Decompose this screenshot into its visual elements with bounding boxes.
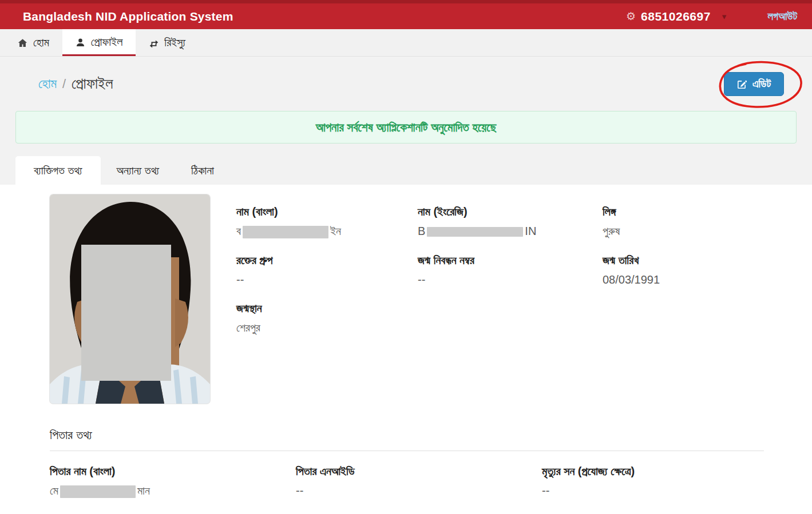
tab-personal-info[interactable]: ব্যাক্তিগত তথ্য [15, 156, 101, 185]
field-value: বইন [236, 225, 418, 238]
edit-pencil-square-icon [737, 79, 747, 89]
edit-button[interactable]: এডিট [724, 72, 784, 96]
nav-item-label: রিইস্যু [164, 36, 185, 49]
field-label: জন্মস্থান [236, 302, 418, 315]
field-label: নাম (ইংরেজি) [418, 205, 603, 218]
edit-button-area: এডিট [724, 72, 784, 96]
nav-item-reissue[interactable]: রিইস্যু [136, 29, 199, 56]
profile-tabs: ব্যাক্তিগত তথ্য অন্যান্য তথ্য ঠিকানা [15, 156, 812, 185]
father-info-section: পিতার তথ্য পিতার নাম (বাংলা) মেমান পিতার… [50, 428, 764, 498]
section-title-father-info: পিতার তথ্য [50, 428, 764, 451]
field-value: পুরুষ [603, 225, 797, 238]
field-label: নাম (বাংলা) [236, 205, 418, 218]
redaction-box [243, 226, 328, 238]
user-id-dropdown[interactable]: 6851026697 [641, 10, 711, 23]
father-fields: পিতার নাম (বাংলা) মেমান পিতার এনআইডি -- … [50, 465, 764, 498]
nav-item-profile[interactable]: প্রোফাইল [62, 29, 136, 56]
main-nav: হোম প্রোফাইল রিইস্যু [0, 29, 812, 57]
logout-link[interactable]: লগআউট [767, 10, 797, 23]
tab-address[interactable]: ঠিকানা [175, 156, 230, 185]
field-value: শেরপুর [236, 321, 418, 334]
field-father-name-bangla: পিতার নাম (বাংলা) মেমান [50, 465, 296, 498]
field-value: -- [296, 484, 542, 497]
nav-item-label: হোম [33, 36, 49, 49]
field-value: মেমান [50, 484, 296, 498]
edit-button-label: এডিট [752, 78, 771, 90]
approval-alert: আপনার সর্বশেষ অ্যাপ্লিকেশানটি অনুমোদিত হ… [15, 111, 797, 144]
profile-photo [50, 194, 210, 404]
app-header: Bangladesh NID Application System ⚙ 6851… [0, 0, 812, 29]
approval-alert-text: আপনার সর্বশেষ অ্যাপ্লিকেশানটি অনুমোদিত হ… [316, 121, 496, 134]
field-birth-registration-number: জন্ম নিবন্ধন নম্বর -- [418, 254, 603, 286]
field-label: পিতার এনআইডি [296, 465, 542, 478]
field-label: লিঙ্গ [603, 205, 797, 218]
field-father-death-year: মৃত্যুর সন (প্রযোজ্য ক্ষেত্রে) -- [542, 465, 764, 498]
portrait-image [50, 194, 210, 404]
field-label: জন্ম তারিখ [603, 254, 797, 267]
app-title: Bangladesh NID Application System [23, 10, 233, 23]
breadcrumb-separator: / [62, 77, 66, 91]
tab-other-info[interactable]: অন্যান্য তথ্য [101, 156, 175, 185]
redaction-box [60, 485, 136, 498]
personal-fields: নাম (বাংলা) বইন নাম (ইংরেজি) BIN লিঙ্গ প… [236, 194, 797, 404]
field-birthplace: জন্মস্থান শেরপুর [236, 302, 418, 334]
page-title: প্রোফাইল [72, 75, 113, 93]
field-value: 08/03/1991 [603, 273, 797, 286]
personal-info-panel: নাম (বাংলা) বইন নাম (ইংরেজি) BIN লিঙ্গ প… [0, 185, 812, 514]
field-label: পিতার নাম (বাংলা) [50, 465, 296, 478]
field-value: -- [418, 273, 603, 286]
gear-icon[interactable]: ⚙ [626, 10, 636, 23]
field-label: রক্তের গ্রুপ [236, 254, 418, 267]
field-value: -- [236, 273, 418, 286]
user-icon [76, 37, 85, 47]
field-value: -- [542, 484, 764, 497]
nav-item-home[interactable]: হোম [5, 29, 62, 56]
page-content: হোম / প্রোফাইল এডিট আপনার সর্বশেষ অ্যাপ্… [0, 57, 812, 514]
field-gender: লিঙ্গ পুরুষ [603, 205, 797, 238]
field-name-bangla: নাম (বাংলা) বইন [236, 205, 418, 238]
field-blood-group: রক্তের গ্রুপ -- [236, 254, 418, 286]
breadcrumb-row: হোম / প্রোফাইল এডিট [0, 57, 812, 111]
home-icon [18, 38, 27, 47]
field-label: জন্ম নিবন্ধন নম্বর [418, 254, 603, 267]
redaction-box [427, 227, 523, 237]
chevron-down-icon[interactable]: ▾ [722, 11, 727, 22]
field-name-english: নাম (ইংরেজি) BIN [418, 205, 603, 238]
reissue-icon [149, 38, 159, 47]
field-date-of-birth: জন্ম তারিখ 08/03/1991 [603, 254, 797, 286]
field-label: মৃত্যুর সন (প্রযোজ্য ক্ষেত্রে) [542, 465, 764, 478]
nav-item-label: প্রোফাইল [91, 35, 123, 49]
header-right: ⚙ 6851026697 ▾ লগআউট [626, 10, 797, 23]
field-father-nid: পিতার এনআইডি -- [296, 465, 542, 498]
field-value: BIN [418, 225, 603, 238]
breadcrumb-home-link[interactable]: হোম [38, 76, 57, 91]
